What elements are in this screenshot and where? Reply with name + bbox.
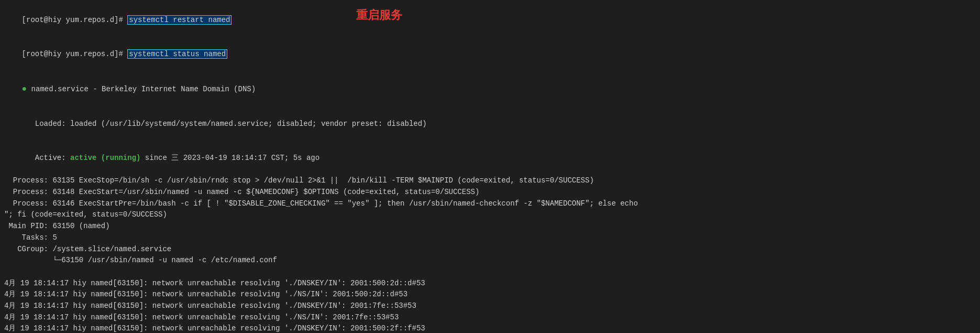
green-dot-icon: ● (22, 84, 27, 94)
process-line-1: Process: 63135 ExecStop=/bin/sh -c /usr/… (4, 175, 976, 187)
active-status: active (running) (70, 154, 140, 162)
service-title: named.service - Berkeley Internet Name D… (27, 85, 256, 93)
empty-line (4, 266, 976, 278)
log-line-4: 4月 19 18:14:17 hiy named[63150]: network… (4, 312, 976, 324)
terminal-line-2: [root@hiy yum.repos.d]# systemctl status… (4, 37, 976, 71)
cgroup-line: CGroup: /system.slice/named.service (4, 244, 976, 255)
mainpid-line: Main PID: 63150 (named) (4, 221, 976, 232)
loaded-line: Loaded: loaded (/usr/lib/systemd/system/… (4, 107, 976, 141)
service-header: ● named.service - Berkeley Internet Name… (4, 71, 976, 107)
cmd-restart: systemctl restart named (127, 15, 232, 25)
cmd-status: systemctl status named (127, 49, 227, 59)
annotation-label: 重启服务 (356, 7, 402, 23)
prompt-1: [root@hiy yum.repos.d]# (22, 16, 128, 24)
active-line: Active: active (running) since 三 2023-04… (4, 141, 976, 175)
log-line-1: 4月 19 18:14:17 hiy named[63150]: network… (4, 278, 976, 289)
terminal-line-1: [root@hiy yum.repos.d]# systemctl restar… (4, 3, 976, 37)
prompt-2: [root@hiy yum.repos.d]# (22, 50, 128, 58)
tasks-line: Tasks: 5 (4, 232, 976, 244)
process-line-2: Process: 63148 ExecStart=/usr/sbin/named… (4, 187, 976, 198)
process-continuation: "; fi (code=exited, status=0/SUCCESS) (4, 209, 976, 221)
process-line-3: Process: 63146 ExecStartPre=/bin/bash -c… (4, 198, 976, 210)
cgroup-sub-line: └─63150 /usr/sbin/named -u named -c /etc… (4, 255, 976, 266)
log-line-2: 4月 19 18:14:17 hiy named[63150]: network… (4, 289, 976, 300)
log-line-5: 4月 19 18:14:17 hiy named[63150]: network… (4, 323, 976, 333)
log-line-3: 4月 19 18:14:17 hiy named[63150]: network… (4, 300, 976, 312)
terminal: 重启服务 [root@hiy yum.repos.d]# systemctl r… (0, 0, 980, 333)
